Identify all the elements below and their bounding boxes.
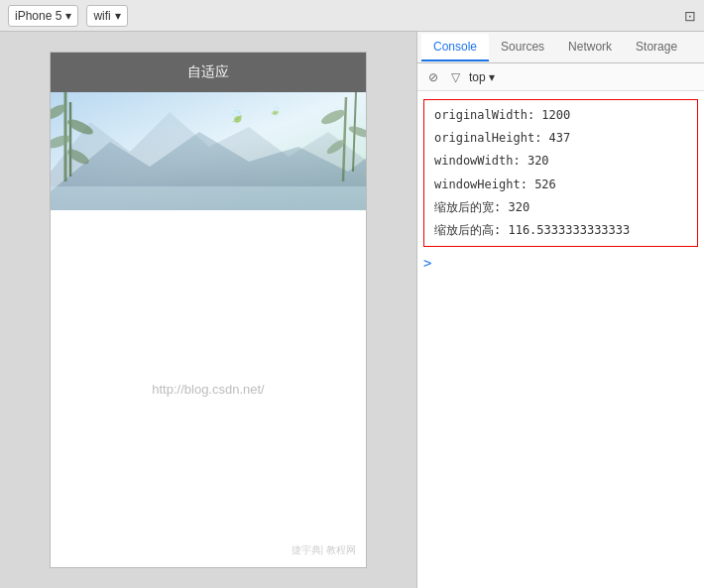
- console-output: originalWidth: 1200 originalHeight: 437 …: [417, 91, 704, 588]
- ban-icon[interactable]: ⊘: [425, 69, 441, 85]
- console-line-6: 缩放后的高: 116.5333333333333: [430, 219, 691, 242]
- devtools-tabs: Console Sources Network Storage: [417, 32, 704, 63]
- network-label: wifi: [93, 9, 110, 23]
- device-chevron-icon: ▾: [65, 9, 71, 23]
- console-line-4: windowHeight: 526: [430, 174, 691, 196]
- bottom-watermark: 捷宇典| 教程网: [292, 543, 356, 557]
- context-label: top: [469, 70, 486, 84]
- tab-storage[interactable]: Storage: [624, 34, 689, 61]
- tab-sources[interactable]: Sources: [489, 34, 556, 61]
- simulator-panel: 自适应: [0, 32, 416, 588]
- svg-rect-3: [51, 186, 366, 210]
- top-toolbar: iPhone 5 ▾ wifi ▾ ⊡: [0, 0, 704, 32]
- phone-title: 自适应: [187, 63, 229, 81]
- console-error-block: originalWidth: 1200 originalHeight: 437 …: [423, 99, 698, 247]
- tab-network[interactable]: Network: [556, 34, 624, 61]
- console-line-3: windowWidth: 320: [430, 150, 691, 173]
- network-chevron-icon: ▾: [115, 9, 121, 23]
- console-prompt[interactable]: >: [417, 251, 704, 275]
- device-selector[interactable]: iPhone 5 ▾: [8, 5, 78, 27]
- context-selector[interactable]: top ▾: [469, 70, 495, 84]
- filter-icon[interactable]: ▽: [447, 69, 463, 85]
- phone-image-area: 🍃 🍃: [51, 92, 366, 210]
- phone-content: http://blog.csdn.net/ 捷宇典| 教程网: [51, 210, 366, 567]
- phone-header: 自适应: [51, 53, 366, 92]
- device-label: iPhone 5: [15, 9, 61, 23]
- console-line-1: originalWidth: 1200: [430, 104, 691, 127]
- network-selector[interactable]: wifi ▾: [86, 5, 127, 27]
- phone-frame: 自适应: [50, 52, 367, 568]
- watermark-text: http://blog.csdn.net/: [152, 382, 264, 397]
- console-line-2: originalHeight: 437: [430, 127, 691, 150]
- tab-console[interactable]: Console: [421, 34, 489, 61]
- inspect-icon[interactable]: ⊡: [684, 8, 696, 24]
- main-area: 自适应: [0, 32, 704, 588]
- landscape-svg: 🍃 🍃: [51, 92, 366, 210]
- console-line-5: 缩放后的宽: 320: [430, 196, 691, 219]
- devtools-panel: Console Sources Network Storage ⊘ ▽ top …: [416, 32, 704, 588]
- console-toolbar: ⊘ ▽ top ▾: [417, 63, 704, 91]
- toolbar-right-icons: ⊡: [684, 8, 696, 24]
- landscape-background: 🍃 🍃: [51, 92, 366, 210]
- context-chevron-icon: ▾: [489, 70, 495, 84]
